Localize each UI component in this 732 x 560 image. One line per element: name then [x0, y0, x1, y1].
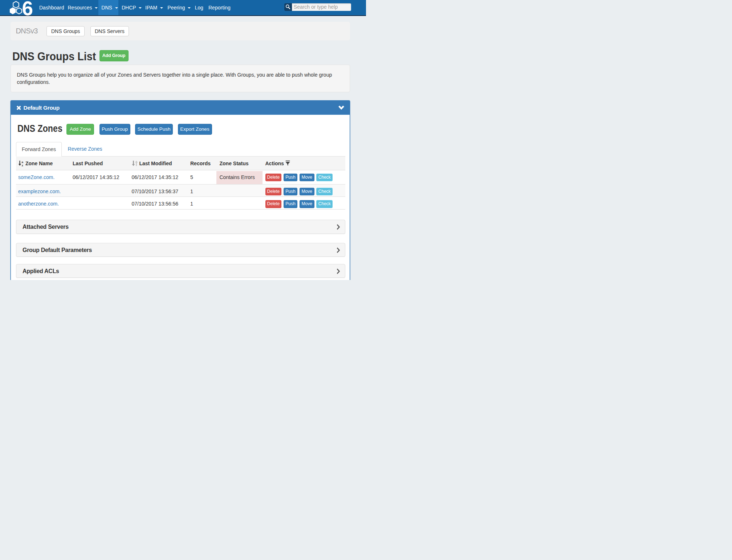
svg-text:6: 6 — [22, 1, 33, 16]
svg-text:z: z — [22, 163, 23, 166]
